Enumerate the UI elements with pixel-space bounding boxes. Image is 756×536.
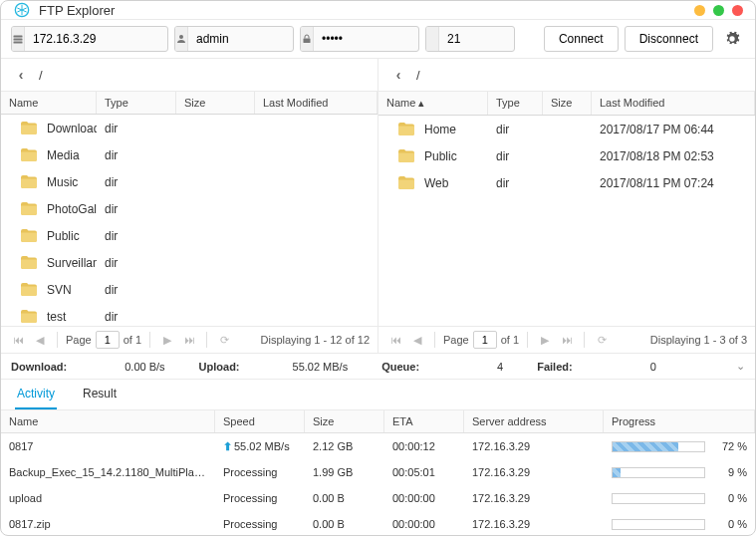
file-row[interactable]: Publicdir	[1, 222, 378, 249]
close-button[interactable]	[732, 5, 743, 16]
file-type: dir	[488, 123, 543, 136]
transfer-name: 0817.zip	[1, 513, 215, 535]
tt-col-eta[interactable]: ETA	[384, 410, 464, 432]
file-type: dir	[97, 148, 176, 162]
transfer-header: Name Speed Size ETA Server address Progr…	[1, 410, 755, 433]
port-input[interactable]	[439, 27, 515, 51]
progress-wrap: 0 %	[612, 492, 747, 504]
tt-col-progress[interactable]: Progress	[604, 410, 755, 432]
file-type: dir	[97, 229, 176, 243]
pager-row: ⏮ ◀ Page of 1 ▶ ⏭ ⟳ Displaying 1 - 12 of…	[1, 326, 755, 354]
file-row[interactable]: Musicdir	[1, 168, 378, 195]
transfer-row[interactable]: uploadProcessing0.00 B00:00:00172.16.3.2…	[1, 485, 755, 511]
file-row[interactable]: Webdir2017/08/11 PM 07:24	[378, 169, 755, 196]
remote-last-page[interactable]: ⏭	[558, 331, 576, 349]
password-group	[300, 26, 419, 52]
folder-icon	[398, 149, 414, 162]
local-next-page[interactable]: ▶	[158, 331, 176, 349]
window: FTP Explorer Connect Disconnect	[0, 0, 756, 536]
local-first-page[interactable]: ⏮	[9, 331, 27, 349]
file-modified: 2017/08/17 PM 06:44	[592, 123, 755, 136]
remote-refresh[interactable]: ⟳	[593, 331, 611, 349]
host-group	[11, 26, 168, 52]
file-row[interactable]: Homedir2017/08/17 PM 06:44	[378, 116, 755, 142]
tab-result[interactable]: Result	[81, 380, 119, 409]
collapse-transfers-button[interactable]: ⌄	[736, 360, 745, 373]
file-row[interactable]: Downloaddir	[1, 115, 378, 141]
local-col-name[interactable]: Name	[1, 92, 97, 114]
user-input[interactable]	[188, 27, 294, 51]
remote-page-input[interactable]	[473, 331, 497, 349]
remote-pane: Name ▴ Type Size Last Modified Homedir20…	[378, 92, 755, 326]
remote-first-page[interactable]: ⏮	[386, 331, 404, 349]
file-row[interactable]: PhotoGalle...dir	[1, 195, 378, 222]
svg-rect-3	[14, 42, 23, 44]
progress-bar	[612, 441, 705, 452]
transfer-eta: 00:00:00	[384, 513, 464, 535]
upload-speed: 55.02 MB/s	[293, 361, 349, 373]
transfer-row[interactable]: 0817.zipProcessing0.00 B00:00:00172.16.3…	[1, 511, 755, 536]
remote-col-name[interactable]: Name ▴	[378, 92, 488, 115]
file-row[interactable]: Mediadir	[1, 141, 378, 168]
local-refresh[interactable]: ⟳	[215, 331, 233, 349]
transfer-server: 172.16.3.29	[464, 435, 604, 457]
tab-activity[interactable]: Activity	[15, 380, 57, 409]
transfer-speed: Processing	[215, 513, 305, 535]
local-page-input[interactable]	[96, 331, 120, 349]
progress-percent: 9 %	[713, 466, 747, 478]
folder-icon	[21, 175, 37, 188]
remote-col-size[interactable]: Size	[543, 92, 592, 115]
tt-col-size[interactable]: Size	[305, 410, 384, 432]
transfer-server: 172.16.3.29	[464, 487, 604, 509]
local-prev-page[interactable]: ◀	[31, 331, 49, 349]
remote-col-mod[interactable]: Last Modified	[592, 92, 755, 115]
progress-bar	[612, 467, 705, 478]
svg-point-4	[179, 35, 183, 39]
file-type: dir	[488, 149, 543, 163]
local-col-mod[interactable]: Last Modified	[255, 92, 378, 114]
local-col-type[interactable]: Type	[97, 92, 176, 114]
file-row[interactable]: testdir	[1, 303, 378, 326]
transfer-size: 0.00 B	[305, 487, 384, 509]
tt-col-server[interactable]: Server address	[464, 410, 604, 432]
tt-col-name[interactable]: Name	[1, 410, 215, 432]
remote-next-page[interactable]: ▶	[536, 331, 554, 349]
disconnect-button[interactable]: Disconnect	[625, 26, 713, 52]
connect-button[interactable]: Connect	[544, 26, 619, 52]
folder-icon	[21, 310, 37, 323]
host-input[interactable]	[25, 27, 168, 51]
local-back-button[interactable]: ‹	[11, 65, 31, 85]
folder-icon	[398, 123, 414, 135]
file-row[interactable]: Publicdir2017/08/18 PM 02:53	[378, 142, 755, 169]
local-col-size[interactable]: Size	[176, 92, 255, 114]
connection-bar: Connect Disconnect	[1, 20, 755, 59]
remote-col-type[interactable]: Type	[488, 92, 543, 115]
password-input[interactable]	[314, 27, 419, 51]
local-file-list[interactable]: DownloaddirMediadirMusicdirPhotoGalle...…	[1, 115, 378, 326]
download-speed: 0.00 B/s	[125, 361, 164, 373]
remote-prev-page[interactable]: ◀	[408, 331, 426, 349]
transfer-row[interactable]: 0817⬆55.02 MB/s2.12 GB00:00:12172.16.3.2…	[1, 433, 755, 459]
transfer-row[interactable]: Backup_Exec_15_14.2.1180_MultiPlatf...Pr…	[1, 459, 755, 485]
local-last-page[interactable]: ⏭	[180, 331, 198, 349]
settings-button[interactable]	[719, 26, 745, 52]
titlebar: FTP Explorer	[1, 1, 755, 20]
lock-icon	[301, 27, 314, 51]
transfer-stats: Download: 0.00 B/s Upload: 55.02 MB/s Qu…	[1, 354, 755, 380]
file-name: Music	[47, 175, 78, 189]
file-name: PhotoGalle...	[47, 202, 97, 216]
download-label: Download:	[11, 361, 67, 373]
maximize-button[interactable]	[713, 5, 724, 16]
remote-back-button[interactable]: ‹	[388, 65, 408, 85]
file-row[interactable]: SVNdir	[1, 276, 378, 303]
progress-bar	[612, 519, 705, 530]
transfer-size: 1.99 GB	[305, 461, 384, 483]
transfer-tabs: Activity Result	[1, 380, 755, 410]
tt-col-speed[interactable]: Speed	[215, 410, 305, 432]
file-row[interactable]: Surveillancedir	[1, 249, 378, 276]
local-pager: ⏮ ◀ Page of 1 ▶ ⏭ ⟳ Displaying 1 - 12 of…	[1, 327, 378, 353]
transfer-size: 2.12 GB	[305, 435, 384, 457]
remote-file-list[interactable]: Homedir2017/08/17 PM 06:44Publicdir2017/…	[378, 116, 755, 326]
queue-label: Queue:	[381, 361, 419, 373]
minimize-button[interactable]	[694, 5, 705, 16]
